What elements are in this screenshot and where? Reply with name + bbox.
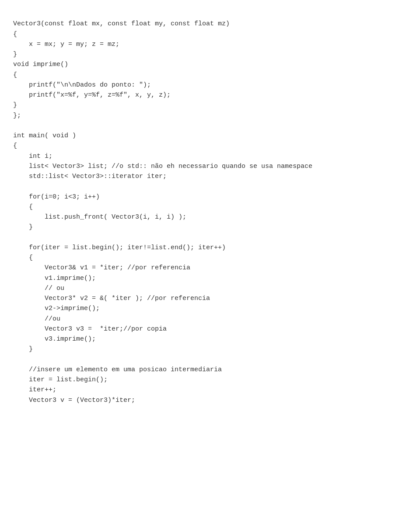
code-line: } [13, 344, 407, 354]
code-line: list.push_front( Vector3(i, i, i) ); [13, 212, 407, 222]
code-line [13, 121, 407, 131]
code-line: //ou [13, 314, 407, 324]
code-line: { [13, 141, 407, 151]
code-line: printf("x=%f, y=%f, z=%f", x, y, z); [13, 90, 407, 100]
code-line [13, 233, 407, 243]
code-line [13, 181, 407, 192]
code-line: }; [13, 111, 407, 121]
code-line: { [13, 29, 407, 39]
code-line: v2->imprime(); [13, 303, 407, 314]
code-line: int main( void ) [13, 131, 407, 141]
code-line: // ou [13, 283, 407, 293]
code-line: x = mx; y = my; z = mz; [13, 39, 407, 49]
code-line: int i; [13, 151, 407, 161]
code-container: Vector3(const float mx, const float my, … [13, 9, 407, 405]
code-line: { [13, 253, 407, 263]
code-line [13, 355, 407, 365]
code-line: Vector3(const float mx, const float my, … [13, 19, 407, 29]
code-line: //insere um elemento em uma posicao inte… [13, 365, 407, 375]
code-line: v1.imprime(); [13, 273, 407, 283]
code-line: } [13, 100, 407, 110]
code-line: for(i=0; i<3; i++) [13, 192, 407, 202]
code-line: { [13, 70, 407, 80]
code-line: for(iter = list.begin(); iter!=list.end(… [13, 243, 407, 253]
code-line: { [13, 202, 407, 212]
code-line: std::list< Vector3>::iterator iter; [13, 171, 407, 181]
code-line: Vector3 v = (Vector3)*iter; [13, 395, 407, 405]
code-line: iter = list.begin(); [13, 375, 407, 385]
code-line: Vector3& v1 = *iter; //por referencia [13, 263, 407, 273]
code-line: } [13, 222, 407, 232]
code-line: iter++; [13, 385, 407, 395]
code-line: void imprime() [13, 59, 407, 70]
code-line: v3.imprime(); [13, 334, 407, 344]
code-line: Vector3* v2 = &( *iter ); //por referenc… [13, 293, 407, 303]
code-line: Vector3 v3 = *iter;//por copia [13, 324, 407, 334]
code-line: } [13, 49, 407, 59]
code-line: list< Vector3> list; //o std:: não eh ne… [13, 161, 407, 171]
code-line: printf("\n\nDados do ponto: "); [13, 80, 407, 90]
